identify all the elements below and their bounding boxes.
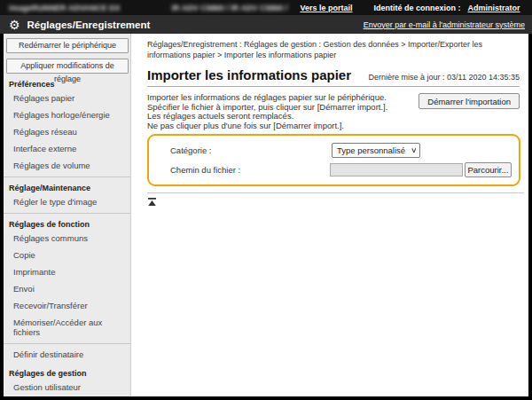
sidebar-item-gestion-peripherique[interactable]: Gestion du périphérique bbox=[4, 396, 130, 396]
apply-setting-changes-button[interactable]: Appliquer modifications de réglage bbox=[6, 59, 129, 74]
sidebar-item-reglages-reseau[interactable]: Réglages réseau bbox=[4, 123, 130, 140]
main-content: Réglages/Enregistrement : Réglages de ge… bbox=[132, 34, 528, 396]
description-line: Importer les informations de réglages pa… bbox=[147, 93, 387, 103]
last-update-timestamp: Dernière mise à jour : 03/11 2020 14:35:… bbox=[369, 73, 520, 82]
settings-sidebar: Redémarrer le périphérique Appliquer mod… bbox=[4, 34, 131, 396]
top-status-bar: imageRUNNER ADVANCE DX iR ADV C5860 / iR… bbox=[0, 0, 532, 15]
sidebar-section-reglages-fonction: Réglages de fonction bbox=[9, 220, 130, 230]
model-info-redacted: iR ADV C5860 / iR ADV C5860 / bbox=[172, 4, 288, 12]
page-body: Redémarrer le périphérique Appliquer mod… bbox=[4, 34, 528, 396]
file-path-label: Chemin du fichier : bbox=[170, 165, 330, 175]
sidebar-section-reglages-gestion: Réglages de gestion bbox=[9, 369, 130, 379]
description-text: Importer les informations de réglages pa… bbox=[147, 93, 387, 130]
breadcrumb: Réglages/Enregistrement : Réglages de ge… bbox=[147, 39, 520, 60]
sidebar-item-copie[interactable]: Copie bbox=[4, 247, 130, 263]
sidebar-item-gestion-utilisateur[interactable]: Gestion utilisateur bbox=[4, 379, 130, 396]
start-import-button[interactable]: Démarrer l'importation bbox=[419, 93, 520, 109]
page-section-title: Réglages/Enregistrement bbox=[27, 20, 151, 30]
page-title: Importer les informations papier bbox=[147, 67, 351, 82]
sidebar-item-regler-type-image[interactable]: Régler le type d'image bbox=[4, 193, 130, 210]
import-form-highlight-box: Catégorie : Type personnalisé ∨ Chemin d… bbox=[147, 134, 520, 186]
sidebar-section-reglage-maintenance: Réglage/Maintenance bbox=[9, 184, 130, 193]
sidebar-item-reglages-communs[interactable]: Réglages communs bbox=[4, 230, 130, 247]
file-path-row: Chemin du fichier : Parcourir... bbox=[170, 160, 512, 179]
description-line: Ne pas cliquer plus d'une fois sur [Déma… bbox=[147, 122, 387, 131]
sidebar-item-definir-destinataire[interactable]: Définir destinataire bbox=[4, 346, 130, 363]
sidebar-divider bbox=[4, 213, 130, 214]
sidebar-item-reglages-papier[interactable]: Réglages papier bbox=[4, 90, 130, 106]
file-path-input[interactable] bbox=[330, 163, 463, 176]
back-to-top-icon[interactable] bbox=[147, 198, 157, 206]
settings-header-bar: ⚙ Réglages/Enregistrement Envoyer par e-… bbox=[0, 15, 532, 34]
description-row: Importer les informations de réglages pa… bbox=[147, 93, 520, 130]
sidebar-divider bbox=[4, 343, 130, 344]
gear-icon: ⚙ bbox=[9, 19, 20, 31]
sidebar-item-interface-externe[interactable]: Interface externe bbox=[4, 140, 130, 157]
chevron-down-icon: ∨ bbox=[411, 146, 418, 154]
sidebar-item-recevoir-transferer[interactable]: Recevoir/Transférer bbox=[4, 297, 130, 314]
portal-link[interactable]: Vers le portail bbox=[300, 4, 352, 12]
device-name-redacted: imageRUNNER ADVANCE DX bbox=[9, 4, 121, 12]
category-selected-value: Type personnalisé bbox=[337, 145, 405, 155]
sidebar-item-imprimante[interactable]: Imprimante bbox=[4, 263, 130, 280]
login-user-link[interactable]: Administrator bbox=[467, 4, 520, 12]
title-row: Importer les informations papier Dernièr… bbox=[147, 67, 520, 87]
description-line: Les réglages actuels seront remplacés. bbox=[147, 112, 387, 122]
sidebar-item-reglages-horloge-energie[interactable]: Réglages horloge/énergie bbox=[4, 106, 130, 123]
content-divider bbox=[147, 192, 524, 193]
sidebar-item-reglages-de-volume[interactable]: Réglages de volume bbox=[4, 157, 130, 174]
sidebar-item-memoriser-acceder-fichiers[interactable]: Mémoriser/Accéder aux fichiers bbox=[4, 314, 130, 341]
category-row: Catégorie : Type personnalisé ∨ bbox=[170, 140, 512, 160]
sidebar-item-envoi[interactable]: Envoi bbox=[4, 280, 130, 297]
category-select[interactable]: Type personnalisé ∨ bbox=[332, 143, 420, 158]
login-identity-label: Identité de connexion : bbox=[373, 4, 460, 12]
sidebar-divider bbox=[4, 176, 130, 177]
browse-button[interactable]: Parcourir... bbox=[465, 162, 512, 177]
mail-admin-link[interactable]: Envoyer par e-mail à l'administrateur sy… bbox=[364, 20, 525, 29]
remote-ui-window: imageRUNNER ADVANCE DX iR ADV C5860 / iR… bbox=[0, 0, 532, 400]
category-label: Catégorie : bbox=[170, 145, 332, 155]
restart-device-button[interactable]: Redémarrer le périphérique bbox=[6, 38, 129, 53]
